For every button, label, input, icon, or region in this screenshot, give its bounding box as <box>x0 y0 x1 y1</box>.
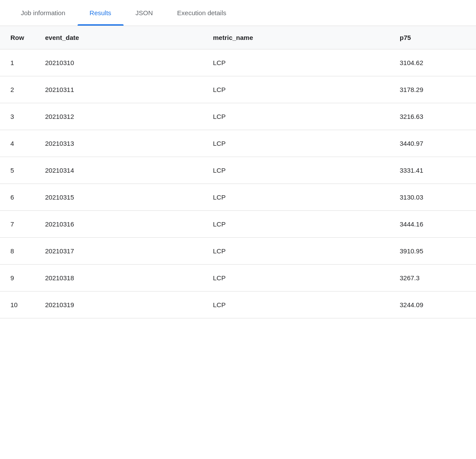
cell-row: 8 <box>0 238 35 265</box>
cell-p75: 3130.03 <box>389 184 476 211</box>
cell-event_date: 20210314 <box>35 157 202 184</box>
column-header-metric_name: metric_name <box>202 26 389 49</box>
cell-metric_name: LCP <box>202 157 389 184</box>
cell-p75: 3331.41 <box>389 157 476 184</box>
cell-p75: 3267.3 <box>389 265 476 292</box>
tab-results[interactable]: Results <box>78 0 124 26</box>
table-row: 120210310LCP3104.62 <box>0 49 476 76</box>
table-row: 1020210319LCP3244.09 <box>0 292 476 318</box>
cell-metric_name: LCP <box>202 211 389 238</box>
cell-p75: 3216.63 <box>389 103 476 130</box>
cell-p75: 3440.97 <box>389 130 476 157</box>
cell-event_date: 20210315 <box>35 184 202 211</box>
cell-metric_name: LCP <box>202 49 389 76</box>
table-header: Rowevent_datemetric_namep75 <box>0 26 476 49</box>
cell-metric_name: LCP <box>202 238 389 265</box>
cell-event_date: 20210312 <box>35 103 202 130</box>
tab-json[interactable]: JSON <box>124 0 165 26</box>
tabs-container: Job informationResultsJSONExecution deta… <box>0 0 476 26</box>
cell-p75: 3910.95 <box>389 238 476 265</box>
cell-event_date: 20210316 <box>35 211 202 238</box>
cell-row: 5 <box>0 157 35 184</box>
header-row: Rowevent_datemetric_namep75 <box>0 26 476 49</box>
cell-row: 3 <box>0 103 35 130</box>
table-row: 420210313LCP3440.97 <box>0 130 476 157</box>
table-row: 220210311LCP3178.29 <box>0 76 476 103</box>
cell-row: 1 <box>0 49 35 76</box>
results-table: Rowevent_datemetric_namep75 120210310LCP… <box>0 26 476 318</box>
cell-metric_name: LCP <box>202 265 389 292</box>
table-row: 820210317LCP3910.95 <box>0 238 476 265</box>
cell-row: 10 <box>0 292 35 318</box>
cell-p75: 3104.62 <box>389 49 476 76</box>
cell-event_date: 20210313 <box>35 130 202 157</box>
table-row: 720210316LCP3444.16 <box>0 211 476 238</box>
cell-metric_name: LCP <box>202 184 389 211</box>
cell-row: 4 <box>0 130 35 157</box>
column-header-event_date: event_date <box>35 26 202 49</box>
cell-row: 7 <box>0 211 35 238</box>
cell-metric_name: LCP <box>202 76 389 103</box>
table-row: 920210318LCP3267.3 <box>0 265 476 292</box>
cell-p75: 3444.16 <box>389 211 476 238</box>
cell-event_date: 20210310 <box>35 49 202 76</box>
column-header-p75: p75 <box>389 26 476 49</box>
cell-event_date: 20210319 <box>35 292 202 318</box>
cell-event_date: 20210318 <box>35 265 202 292</box>
cell-metric_name: LCP <box>202 130 389 157</box>
cell-event_date: 20210311 <box>35 76 202 103</box>
tab-job-information[interactable]: Job information <box>9 0 78 26</box>
column-header-row: Row <box>0 26 35 49</box>
cell-metric_name: LCP <box>202 103 389 130</box>
cell-row: 9 <box>0 265 35 292</box>
table-row: 620210315LCP3130.03 <box>0 184 476 211</box>
cell-p75: 3244.09 <box>389 292 476 318</box>
table-body: 120210310LCP3104.62220210311LCP3178.2932… <box>0 49 476 318</box>
cell-metric_name: LCP <box>202 292 389 318</box>
cell-row: 6 <box>0 184 35 211</box>
tab-execution-details[interactable]: Execution details <box>165 0 238 26</box>
cell-event_date: 20210317 <box>35 238 202 265</box>
table-row: 520210314LCP3331.41 <box>0 157 476 184</box>
cell-p75: 3178.29 <box>389 76 476 103</box>
table-row: 320210312LCP3216.63 <box>0 103 476 130</box>
cell-row: 2 <box>0 76 35 103</box>
table-container: Rowevent_datemetric_namep75 120210310LCP… <box>0 26 476 318</box>
